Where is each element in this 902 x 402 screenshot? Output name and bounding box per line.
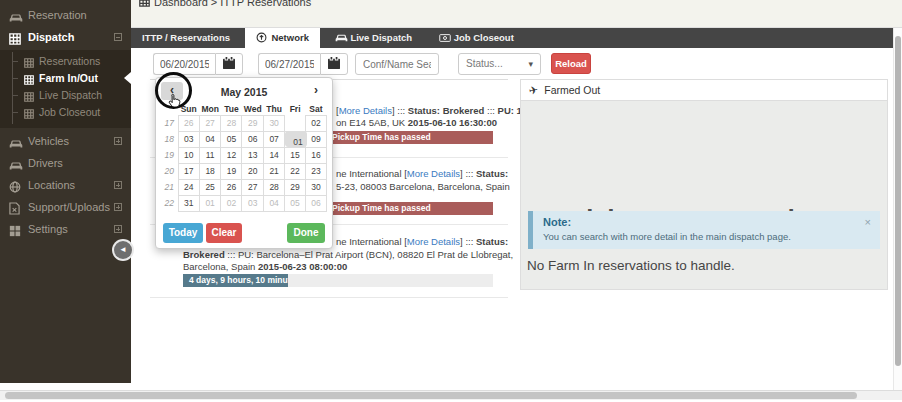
breadcrumb[interactable]: Dashboard > ITTP Reservations xyxy=(139,0,311,8)
sidebar-item-settings[interactable]: Settings xyxy=(0,218,131,240)
datepicker-day-cell[interactable]: 18 xyxy=(199,163,220,179)
reservation-row-line: ne International [More Details] ::: Stat… xyxy=(336,168,508,179)
sidebar-item-farm-in-out[interactable]: Farm In/Out xyxy=(0,70,131,87)
datepicker-day-cell[interactable]: 02 xyxy=(221,195,242,211)
sidebar-item-job-closeout[interactable]: Job Closeout xyxy=(0,104,131,121)
network-circle-arrow-icon xyxy=(256,30,267,41)
table-icon xyxy=(24,73,35,84)
horizontal-scrollbar-thumb[interactable] xyxy=(5,392,857,399)
plane-icon: ✈ xyxy=(527,79,540,101)
conf-name-search-input[interactable] xyxy=(355,53,439,75)
status-select[interactable]: Status... ▾ xyxy=(458,53,541,75)
datepicker-day-cell[interactable]: 04 xyxy=(199,131,220,147)
calendar-icon xyxy=(223,55,235,73)
sidebar-collapse-button[interactable]: ◄ xyxy=(114,241,132,259)
week-number: 18 xyxy=(161,131,178,147)
close-icon[interactable]: × xyxy=(865,217,871,228)
datepicker-day-cell[interactable]: 01 xyxy=(199,195,220,211)
sidebar-item-vehicles[interactable]: Vehicles xyxy=(0,130,131,152)
datepicker-day-cell[interactable]: 31 xyxy=(178,195,199,211)
datepicker-day-cell[interactable]: 21 xyxy=(263,163,284,179)
expand-box-icon[interactable] xyxy=(114,203,122,211)
datepicker-day-cell[interactable]: 06 xyxy=(305,195,326,211)
file-excel-icon xyxy=(9,200,23,214)
sidebar-item-reservation[interactable]: Reservation xyxy=(0,4,131,26)
date-from-input[interactable] xyxy=(153,53,215,75)
sidebar-item-support-uploads[interactable]: Support/Uploads xyxy=(0,196,131,218)
datepicker-day-cell[interactable]: 29 xyxy=(285,179,306,195)
sidebar-item-locations[interactable]: Locations xyxy=(0,174,131,196)
datepicker-day-cell[interactable]: 05 xyxy=(285,195,306,211)
datepicker-day-cell[interactable]: 03 xyxy=(242,195,264,211)
prev-month-button[interactable]: ‹ xyxy=(161,82,183,100)
datepicker-day-cell[interactable]: 09 xyxy=(305,131,326,147)
today-button[interactable]: Today xyxy=(163,223,203,243)
table-icon xyxy=(24,107,35,118)
datepicker-day-cell[interactable]: 30 xyxy=(263,115,284,131)
datepicker-day-cell[interactable]: 15 xyxy=(285,147,306,163)
datepicker-day-cell[interactable]: 16 xyxy=(305,147,326,163)
date-from-calendar-button[interactable] xyxy=(215,53,243,75)
sidebar-item-dispatch[interactable]: Dispatch xyxy=(0,26,131,48)
more-details-link[interactable]: More Details xyxy=(407,236,460,247)
datepicker-day-cell[interactable]: 07 xyxy=(263,131,284,147)
datepicker-day-cell[interactable]: 26 xyxy=(221,179,242,195)
datepicker-day-cell[interactable]: 02 xyxy=(305,115,326,131)
tab-network[interactable]: Network xyxy=(245,28,319,48)
datepicker-day-cell[interactable]: 06 xyxy=(242,131,264,147)
datepicker-day-cell[interactable]: 01 xyxy=(285,131,307,147)
note-alert: Note: You can search with more detail in… xyxy=(528,211,880,249)
datepicker-month-title[interactable]: May 2015 xyxy=(161,82,327,102)
note-title: Note: xyxy=(543,216,571,228)
datepicker-day-cell[interactable]: 26 xyxy=(178,115,199,131)
reservation-row-line: 5-23, 08003 Barcelona, Barcelona, Spain xyxy=(336,181,510,192)
datepicker-day-cell[interactable]: 23 xyxy=(305,163,326,179)
car-icon xyxy=(335,30,346,41)
expand-box-icon[interactable] xyxy=(114,181,122,189)
datepicker-day-cell[interactable]: 25 xyxy=(199,179,220,195)
sidebar-item-drivers[interactable]: Drivers xyxy=(0,152,131,174)
datepicker-day-cell[interactable]: 17 xyxy=(178,163,199,179)
expand-box-icon[interactable] xyxy=(114,137,122,145)
datepicker-day-cell[interactable]: 05 xyxy=(221,131,242,147)
datepicker-day-cell[interactable]: 19 xyxy=(221,163,242,179)
datepicker-day-cell[interactable]: 27 xyxy=(199,115,220,131)
datepicker-day-cell[interactable]: 03 xyxy=(178,131,199,147)
datepicker-day-cell[interactable]: 29 xyxy=(242,115,264,131)
horizontal-scrollbar xyxy=(0,390,902,400)
vertical-scrollbar-thumb[interactable] xyxy=(895,36,901,366)
empty-state-subtitle: No Farm In reservations to handle. xyxy=(527,258,735,273)
datepicker-day-cell[interactable]: 11 xyxy=(199,147,220,163)
datepicker-day-cell[interactable]: 30 xyxy=(305,179,326,195)
datepicker-day-cell[interactable]: 27 xyxy=(242,179,264,195)
caret-down-icon: ▾ xyxy=(528,54,533,74)
tab-live-dispatch[interactable]: Live Dispatch xyxy=(324,28,423,48)
datepicker-day-cell[interactable]: 13 xyxy=(242,147,264,163)
datepicker-day-cell[interactable]: 28 xyxy=(263,179,284,195)
date-to-calendar-button[interactable] xyxy=(320,53,348,75)
collapse-box-icon[interactable] xyxy=(114,33,122,41)
tab-job-closeout[interactable]: Job Closeout xyxy=(428,28,525,48)
datepicker-day-cell[interactable]: 22 xyxy=(285,163,306,179)
datepicker-day-cell[interactable]: 14 xyxy=(263,147,284,163)
sidebar-item-label: Reservation xyxy=(28,4,87,26)
datepicker-day-cell[interactable]: 10 xyxy=(178,147,199,163)
more-details-link[interactable]: More Details xyxy=(339,105,392,116)
next-month-button[interactable]: › xyxy=(305,82,327,100)
datepicker-day-cell[interactable]: 24 xyxy=(178,179,199,195)
datepicker-day-cell[interactable]: 04 xyxy=(263,195,284,211)
clear-button[interactable]: Clear xyxy=(206,223,242,243)
more-details-link[interactable]: More Details xyxy=(407,168,460,179)
tab-ittp-reservations[interactable]: ITTP / Reservations xyxy=(131,28,241,48)
sidebar-item-reservations[interactable]: Reservations xyxy=(0,53,131,70)
datepicker-day-cell[interactable]: 20 xyxy=(242,163,264,179)
datepicker-day-cell[interactable]: 28 xyxy=(221,115,242,131)
dashboard-grid-icon xyxy=(139,0,150,7)
status-badge: Pickup Time has passed xyxy=(326,131,493,144)
datepicker-day-cell[interactable]: 12 xyxy=(221,147,242,163)
expand-box-icon[interactable] xyxy=(114,225,122,233)
date-to-input[interactable] xyxy=(258,53,320,75)
reload-button[interactable]: Reload xyxy=(551,53,591,74)
done-button[interactable]: Done xyxy=(287,223,325,243)
sidebar-item-live-dispatch[interactable]: Live Dispatch xyxy=(0,87,131,104)
